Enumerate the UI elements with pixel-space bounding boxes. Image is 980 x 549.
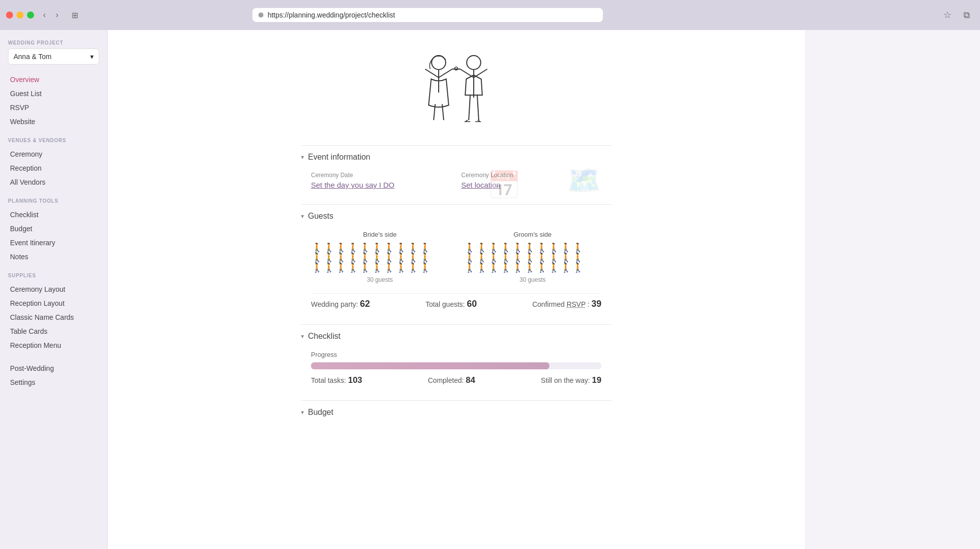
svg-line-12 — [477, 95, 479, 120]
chevron-down-icon: ▾ — [301, 154, 304, 161]
sidebar-item-classic-name-cards[interactable]: Classic Name Cards — [8, 310, 99, 324]
guest-person-icon: 🚶 — [500, 263, 511, 272]
sidebar-item-budget[interactable]: Budget — [8, 222, 99, 236]
sidebar-item-reception-menu[interactable]: Reception Menu — [8, 338, 99, 352]
sidebar-item-ceremony-layout[interactable]: Ceremony Layout — [8, 282, 99, 296]
guest-person-icon: 🚶 — [488, 263, 499, 272]
ceremony-date-item: Ceremony Date Set the day you say I DO — [311, 172, 451, 189]
total-tasks-count: 103 — [348, 375, 362, 385]
guest-person-icon: 🚶 — [548, 263, 559, 272]
guest-person-icon: 🚶 — [420, 253, 431, 262]
completed-count: 84 — [466, 375, 475, 385]
event-info-title: Event information — [308, 153, 371, 162]
guest-person-icon: 🚶 — [572, 243, 583, 252]
maximize-button[interactable] — [27, 12, 34, 19]
guest-person-icon: 🚶 — [464, 263, 475, 272]
event-info-header[interactable]: ▾ Event information — [301, 146, 611, 167]
sidebar-item-event-itinerary[interactable]: Event Itinerary — [8, 236, 99, 250]
ceremony-date-link[interactable]: Set the day you say I DO — [311, 181, 451, 189]
sidebar-item-overview[interactable]: Overview — [8, 73, 99, 87]
guest-person-icon: 🚶 — [560, 243, 571, 252]
guests-section: ▾ Guests Bride's side 🚶🚶🚶🚶🚶🚶🚶🚶🚶🚶🚶🚶🚶🚶🚶🚶🚶🚶… — [301, 204, 611, 324]
sidebar-toggle-button[interactable]: ⊞ — [68, 9, 82, 22]
checklist-stats: Total tasks: 103 Completed: 84 Still on … — [311, 375, 601, 385]
total-guests-label: Total guests: — [426, 300, 465, 308]
guest-person-icon: 🚶 — [536, 263, 547, 272]
wedding-party-count: 62 — [360, 299, 370, 309]
total-tasks-label: Total tasks: — [311, 376, 346, 384]
ceremony-location-item: Ceremony Location Set location — [461, 172, 601, 189]
project-dropdown[interactable]: Anna & Tom ▾ — [8, 49, 99, 65]
checklist-body: Progress Total tasks: 103 Completed: — [301, 346, 611, 400]
sidebar: WEDDING PROJECT Anna & Tom ▾ Overview Gu… — [0, 30, 108, 549]
guest-person-icon: 🚶 — [512, 253, 523, 262]
sidebar-item-settings[interactable]: Settings — [8, 375, 99, 389]
planning-tools-label: PLANNING TOOLS — [8, 198, 99, 204]
checklist-content: Progress Total tasks: 103 Completed: — [301, 346, 611, 390]
guest-person-icon: 🚶 — [464, 243, 475, 252]
browser-chrome: ‹ › ⊞ https://planning.wedding/project/c… — [0, 0, 980, 30]
guest-person-icon: 🚶 — [348, 253, 359, 262]
sidebar-item-post-wedding[interactable]: Post-Wedding — [8, 361, 99, 375]
content-area: ▾ Event information Ceremony Date Set th… — [286, 30, 626, 439]
guest-person-icon: 🚶 — [560, 263, 571, 272]
guest-person-icon: 🚶 — [408, 253, 419, 262]
guest-person-icon: 🚶 — [524, 263, 535, 272]
sidebar-item-rsvp[interactable]: RSVP — [8, 101, 99, 115]
guest-person-icon: 🚶 — [500, 253, 511, 262]
sidebar-item-ceremony[interactable]: Ceremony — [8, 147, 99, 161]
address-bar[interactable]: https://planning.wedding/project/checkli… — [252, 8, 603, 22]
project-name: Anna & Tom — [14, 53, 52, 61]
ceremony-date-label: Ceremony Date — [311, 172, 451, 179]
svg-line-2 — [439, 69, 452, 78]
sidebar-item-reception[interactable]: Reception — [8, 161, 99, 175]
sidebar-item-checklist[interactable]: Checklist — [8, 208, 99, 222]
budget-header[interactable]: ▾ Budget — [301, 400, 611, 419]
sidebar-item-guest-list[interactable]: Guest List — [8, 87, 99, 101]
guest-person-icon: 🚶 — [408, 263, 419, 272]
guest-person-icon: 🚶 — [336, 243, 347, 252]
bride-guest-count: 30 guests — [311, 276, 449, 283]
completed-stat: Completed: 84 — [428, 375, 475, 385]
forward-button[interactable]: › — [52, 9, 62, 22]
nav-section: Overview Guest List RSVP Website — [8, 73, 99, 129]
total-guests-stat: Total guests: 60 — [426, 299, 477, 309]
wedding-party-stat: Wedding party: 62 — [311, 299, 370, 309]
nav-buttons: ‹ › — [39, 9, 63, 22]
sidebar-item-all-vendors[interactable]: All Vendors — [8, 175, 99, 189]
guest-person-icon: 🚶 — [476, 253, 487, 262]
still-on-way-count: 19 — [592, 375, 601, 385]
chevron-down-icon: ▾ — [301, 409, 304, 416]
couple-illustration — [401, 50, 511, 130]
sidebar-item-notes[interactable]: Notes — [8, 250, 99, 264]
guests-header[interactable]: ▾ Guests — [301, 205, 611, 226]
sidebar-item-reception-layout[interactable]: Reception Layout — [8, 296, 99, 310]
guest-person-icon: 🚶 — [408, 243, 419, 252]
bookmark-button[interactable]: ☆ — [939, 8, 955, 23]
project-section-label: WEDDING PROJECT — [8, 40, 99, 46]
checklist-header[interactable]: ▾ Checklist — [301, 325, 611, 346]
chevron-down-icon: ▾ — [90, 53, 94, 61]
url-text: https://planning.wedding/project/checkli… — [267, 11, 395, 19]
guest-person-icon: 🚶 — [396, 263, 407, 272]
venues-vendors-label: VENUES & VENDORS — [8, 138, 99, 143]
minimize-button[interactable] — [17, 12, 24, 19]
chevron-down-icon: ▾ — [301, 333, 304, 340]
guest-person-icon: 🚶 — [348, 243, 359, 252]
guest-person-icon: 🚶 — [348, 263, 359, 272]
guest-person-icon: 🚶 — [488, 253, 499, 262]
completed-label: Completed: — [428, 376, 464, 384]
window-button[interactable]: ⧉ — [959, 8, 974, 23]
sidebar-item-table-cards[interactable]: Table Cards — [8, 324, 99, 338]
sidebar-item-website[interactable]: Website — [8, 115, 99, 129]
confirmed-rsvp-label: Confirmed RSVP : — [532, 300, 589, 308]
checklist-section: ▾ Checklist Progress Total tasks: 103 — [301, 324, 611, 400]
budget-title: Budget — [308, 408, 334, 417]
ceremony-location-link[interactable]: Set location — [461, 181, 601, 189]
supplies-label: SUPPLIES — [8, 273, 99, 278]
guest-person-icon: 🚶 — [360, 243, 371, 252]
close-button[interactable] — [6, 12, 13, 19]
guest-person-icon: 🚶 — [360, 253, 371, 262]
back-button[interactable]: ‹ — [39, 9, 50, 22]
guest-person-icon: 🚶 — [384, 243, 395, 252]
